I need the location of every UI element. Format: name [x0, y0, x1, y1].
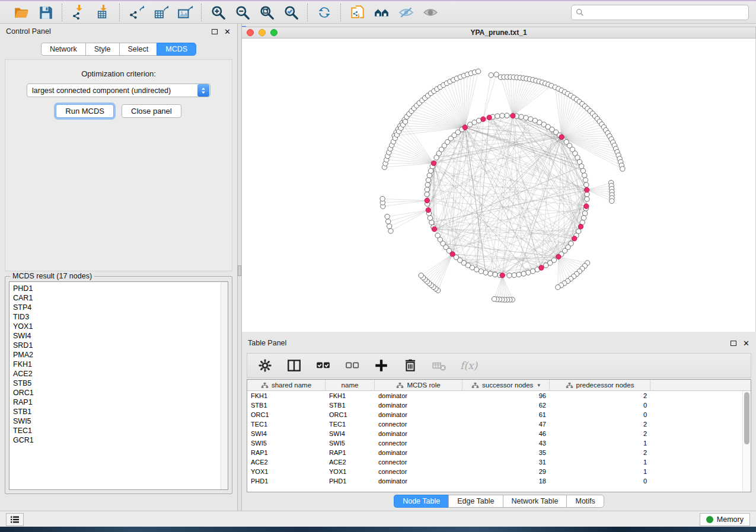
column-header-shared-name[interactable]: shared name: [247, 380, 326, 390]
result-node-item[interactable]: SRD1: [13, 341, 221, 350]
add-column-icon[interactable]: [373, 358, 389, 374]
table-row-PHD1[interactable]: PHD1PHD1dominator180: [247, 476, 742, 486]
float-panel-button[interactable]: [210, 28, 218, 36]
table-row-SWI5[interactable]: SWI5SWI5connector431: [247, 438, 742, 448]
network-title: YPA_prune.txt_1: [242, 28, 755, 37]
refresh-toolbar-group: [308, 4, 340, 20]
run-mcds-button[interactable]: Run MCDS: [56, 104, 114, 118]
first-neighbors-icon[interactable]: [374, 4, 390, 20]
cell: 2: [550, 421, 650, 428]
result-node-item[interactable]: GCR1: [13, 435, 221, 445]
minimize-window-icon[interactable]: [259, 29, 266, 36]
criterion-select[interactable]: largest connected component (undirected): [27, 84, 210, 97]
cell: 96: [462, 392, 550, 399]
result-node-item[interactable]: TEC1: [13, 426, 221, 435]
result-node-item[interactable]: RAP1: [13, 398, 221, 407]
cell: connector: [375, 421, 462, 428]
column-header-successor-nodes[interactable]: successor nodes▾: [462, 380, 550, 390]
select-all-icon[interactable]: [315, 358, 331, 374]
close-panel-button[interactable]: ✕: [224, 28, 231, 36]
result-node-item[interactable]: PHD1: [13, 284, 221, 293]
table-row-ACE2[interactable]: ACE2ACE2connector311: [247, 457, 742, 467]
network-view-window: YPA_prune.txt_1: [242, 24, 756, 332]
memory-button[interactable]: Memory: [700, 513, 750, 526]
column-header-name[interactable]: name: [326, 380, 375, 390]
function-builder-icon[interactable]: f(x): [460, 360, 477, 371]
zoom-fit-icon[interactable]: [259, 4, 275, 20]
import-table-icon[interactable]: [95, 4, 111, 20]
table-row-STB1[interactable]: STB1STB1dominator620: [247, 400, 742, 410]
result-node-item[interactable]: SWI5: [13, 416, 221, 426]
result-node-item[interactable]: STP4: [13, 303, 221, 312]
result-node-item[interactable]: CAR1: [13, 293, 221, 303]
column-header-MCDS-role[interactable]: MCDS role: [375, 380, 462, 390]
network-canvas[interactable]: [242, 39, 756, 332]
delete-table-icon[interactable]: [431, 358, 447, 374]
tab-network-table[interactable]: Network Table: [503, 495, 567, 508]
tab-style[interactable]: Style: [85, 43, 119, 56]
import-network-icon[interactable]: [71, 4, 87, 20]
cell: TEC1: [247, 421, 326, 428]
table-row-SWI4[interactable]: SWI4SWI4dominator462: [247, 429, 742, 438]
delete-column-icon[interactable]: [402, 358, 418, 374]
duplicate-network-icon[interactable]: [349, 4, 365, 20]
result-node-item[interactable]: YOX1: [13, 322, 221, 331]
search-input[interactable]: [584, 8, 744, 17]
maximize-window-icon[interactable]: [270, 29, 277, 36]
tab-mcds[interactable]: MCDS: [157, 43, 196, 56]
table-row-FKH1[interactable]: FKH1FKH1dominator962: [247, 391, 742, 400]
result-node-item[interactable]: PMA2: [13, 350, 221, 360]
table-row-RAP1[interactable]: RAP1RAP1dominator352: [247, 448, 742, 457]
show-all-icon[interactable]: [422, 4, 438, 20]
cell: dominator: [375, 449, 462, 456]
table-row-TEC1[interactable]: TEC1TEC1connector472: [247, 419, 742, 429]
export-table-icon[interactable]: [152, 4, 168, 20]
show-panels-button[interactable]: [6, 513, 24, 526]
close-window-icon[interactable]: [247, 29, 254, 36]
table-scrollbar-thumb[interactable]: [744, 392, 749, 444]
open-file-icon[interactable]: [13, 4, 29, 20]
hide-selected-icon[interactable]: [398, 4, 414, 20]
cell: ORC1: [326, 411, 375, 418]
column-header-predecessor-nodes[interactable]: predecessor nodes: [550, 380, 650, 390]
float-table-panel-button[interactable]: [729, 339, 737, 347]
zoom-out-icon[interactable]: [234, 4, 250, 20]
table-row-YOX1[interactable]: YOX1YOX1connector291: [247, 467, 742, 476]
result-node-item[interactable]: SWI4: [13, 331, 221, 341]
shared-column-icon: [471, 382, 479, 389]
refresh-icon[interactable]: [316, 4, 332, 20]
gear-icon[interactable]: [257, 358, 273, 374]
result-node-item[interactable]: FKH1: [13, 360, 221, 369]
result-list-scrollbar[interactable]: [221, 282, 228, 489]
vertical-splitter[interactable]: [237, 24, 242, 511]
table-row-ORC1[interactable]: ORC1ORC1dominator610: [247, 410, 742, 419]
criterion-selected-value: largest connected component (undirected): [27, 86, 197, 95]
result-node-item[interactable]: STB5: [13, 379, 221, 388]
column-view-icon[interactable]: [286, 358, 302, 374]
deselect-all-icon[interactable]: [344, 358, 360, 374]
result-node-item[interactable]: ORC1: [13, 388, 221, 398]
zoom-in-icon[interactable]: [210, 4, 226, 20]
splitter-handle[interactable]: [238, 265, 241, 276]
close-table-panel-button[interactable]: ✕: [742, 339, 750, 347]
cell: SWI4: [247, 430, 326, 437]
cell: FKH1: [247, 392, 326, 399]
mcds-tab-content: Optimization criterion: largest connecte…: [5, 59, 232, 271]
cell: 18: [462, 477, 550, 485]
close-panel-button-mcds[interactable]: Close panel: [122, 104, 181, 118]
result-node-item[interactable]: TID3: [13, 312, 221, 322]
tab-motifs[interactable]: Motifs: [566, 495, 604, 508]
save-session-icon[interactable]: [37, 4, 53, 20]
export-image-icon[interactable]: [177, 4, 193, 20]
tab-edge-table[interactable]: Edge Table: [448, 495, 502, 508]
tab-node-table[interactable]: Node Table: [394, 495, 448, 508]
result-node-item[interactable]: STB1: [13, 407, 221, 416]
zoom-selected-icon[interactable]: [283, 4, 299, 20]
result-node-item[interactable]: ACE2: [13, 369, 221, 379]
table-scrollbar[interactable]: [742, 391, 751, 492]
tab-network[interactable]: Network: [41, 43, 85, 56]
network-graph[interactable]: [242, 39, 755, 331]
export-network-icon[interactable]: [128, 4, 144, 20]
cell: FKH1: [326, 392, 375, 399]
tab-select[interactable]: Select: [119, 43, 157, 56]
